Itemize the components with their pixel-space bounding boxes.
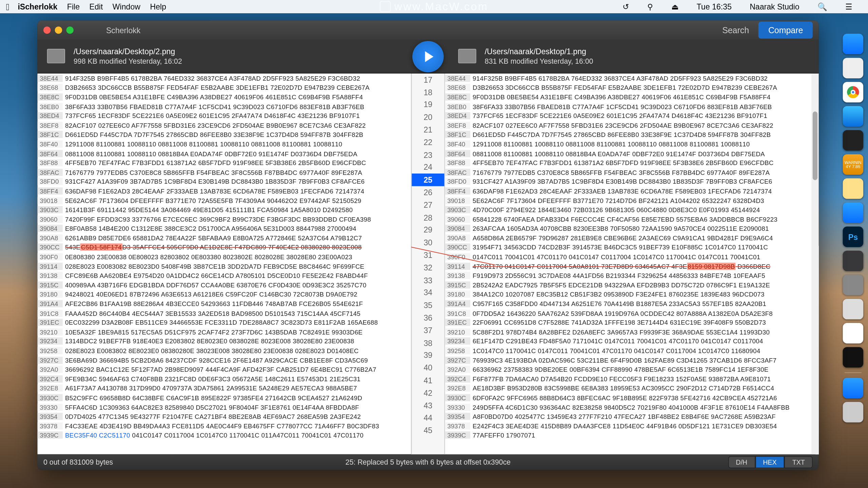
hex-row[interactable]: 39354A8F0BD07D0 4025477C 13459E43 277F7F… xyxy=(445,412,818,421)
hex-row[interactable]: 390F00147C011 70041C01 47C01170 041C0147… xyxy=(445,252,818,262)
mode-dh-button[interactable]: D/H xyxy=(728,456,755,468)
line-number[interactable]: 26 xyxy=(412,186,444,199)
hex-row[interactable]: 3939CBEC35F40 C2C51170 041C0147 C0117004… xyxy=(37,430,411,440)
line-number[interactable]: 33 xyxy=(412,274,444,287)
dock-textedit-icon[interactable] xyxy=(843,58,863,78)
hex-row[interactable]: 39114028E8023 E0083082 8E8023D0 5408F49B… xyxy=(37,261,411,271)
titlebar[interactable]: Scherlokk Search Compare xyxy=(37,20,818,40)
line-number[interactable]: 22 xyxy=(412,136,444,149)
hex-row[interactable]: 393540D7D4025 477C1345 9E43277F F21047FE… xyxy=(37,412,411,421)
app-menu[interactable]: iScherlokk xyxy=(18,2,57,11)
hex-row[interactable]: 391A4AFE2CB86 B1FAA19B 88E286A4 4B3ECCE0… xyxy=(37,299,411,308)
menu-help[interactable]: Help xyxy=(150,2,166,11)
hex-row[interactable]: 38F4012911008 81100881 10088110 08811008… xyxy=(37,139,411,149)
hex-row[interactable]: 3906065841228 6740FAEA DFAB33D4 F6ECCC4E… xyxy=(445,215,818,224)
menu-edit[interactable]: Edit xyxy=(90,2,103,11)
apple-menu-icon[interactable]:  xyxy=(6,1,9,12)
hex-row[interactable]: 392341314BDC2 91BEF7FB 918E40E3 E2083802… xyxy=(37,337,411,346)
hex-row[interactable]: 390607420F99F EFDD3C93 33776766 E7CEC6EC… xyxy=(37,215,411,224)
hex-row[interactable]: 391EC0EC032299 D3A2B08F EB511CE9 3446655… xyxy=(37,318,411,327)
line-number[interactable]: 24 xyxy=(412,161,444,174)
hex-row[interactable]: 38FF4636DAF98 F1E62AD3 28C4EAAF 2F333AEB… xyxy=(445,186,818,196)
dock-app2-icon[interactable] xyxy=(843,251,863,271)
hex-row[interactable]: 38FD0931CF427 A1A39F09 3B7AD7B5 1C9BF8D4… xyxy=(37,177,411,186)
play-button[interactable] xyxy=(412,41,443,72)
dock-monitor-icon[interactable] xyxy=(843,347,863,367)
dock-chrome-icon[interactable] xyxy=(843,82,863,102)
hex-row[interactable]: 3927C3E6BA69D 366694B5 5CB2D8A6 84237CDF… xyxy=(37,355,411,365)
hex-row[interactable]: 391EC22F06991 CC6951D8 C7F5288E 741AD32A… xyxy=(445,318,818,327)
hex-row[interactable]: 3927C769939C3 4E193BDA 02DAC596C 53C211B… xyxy=(445,355,818,365)
spotlight-icon[interactable]: 🔍 xyxy=(817,2,827,11)
hex-row[interactable]: 390CC543EC5D1 58F174D3 35AFFCE4 505CF9D0… xyxy=(37,243,411,252)
hex-row[interactable]: 391C8FAAA452D 86C440B4 4EC544A7 3EB15533… xyxy=(37,308,411,318)
dock-drive-icon[interactable] xyxy=(843,323,863,343)
clock[interactable]: Tue 16:35 xyxy=(697,2,732,11)
line-number[interactable]: 44 xyxy=(412,412,444,424)
hex-row[interactable]: 38E44914F325B B9BFF4B5 6178B2BA 764ED332… xyxy=(37,74,411,83)
hex-row[interactable]: 3915C2B5242A2 EADC7925 7B5F5F5 EDCE21DB … xyxy=(445,280,818,290)
line-number[interactable]: 38 xyxy=(412,337,444,349)
eject-icon[interactable]: ⏏ xyxy=(671,2,678,11)
hex-row[interactable]: 38F884FF5EB70 7EF47FAC F7B3FDD1 613871A2… xyxy=(37,158,411,167)
hex-row[interactable]: 39084263AFCAA 1605AD3A 40708CBB 8230EE3B… xyxy=(445,224,818,233)
hex-row[interactable]: 392C49FE9B34C 5946AF63 C740F8BB 2321FC8D… xyxy=(37,374,411,384)
dock-trash-icon[interactable] xyxy=(843,402,863,422)
line-number-column[interactable]: 1718192021222324252627282930313233343536… xyxy=(411,74,445,454)
line-number[interactable]: 29 xyxy=(412,224,444,237)
hex-row[interactable]: 38FAC71676779 7977EDB5 C370E8C8 5B865FFB… xyxy=(445,167,818,177)
line-number[interactable]: 35 xyxy=(412,299,444,311)
hex-row[interactable]: 38ED4737FCF65 1ECF83DF 5CE221E6 0A5E09E2… xyxy=(37,111,411,121)
line-number[interactable]: 40 xyxy=(412,362,444,374)
menu-window[interactable]: Window xyxy=(113,2,140,11)
hex-row[interactable]: 392E8AE18D3BF B953D280B 83C5998BE 6E8A38… xyxy=(445,384,818,393)
line-number[interactable]: 30 xyxy=(412,237,444,249)
hex-row[interactable]: 38F1CD661ED5D F445C7DA 7D7F7545 27865CBD… xyxy=(445,130,818,139)
hex-row[interactable]: 390A8A658D86A 2EB6579F 79D96287 281EB9E8… xyxy=(445,233,818,243)
hex-row[interactable]: 39138CFC89E6B AA620BE4 E9754D20 0A1DD4C2… xyxy=(37,271,411,280)
line-number[interactable]: 17 xyxy=(412,74,444,86)
hex-row[interactable]: 38FAC71676779 7977EDB5 C370E8C8 5B865FFB… xyxy=(37,167,411,177)
line-number[interactable]: 34 xyxy=(412,287,444,299)
hex-row[interactable]: 38ED4737FCF65 1ECF83DF 5CE221E6 0A5E09E2… xyxy=(445,111,818,121)
dock-preferences-icon[interactable] xyxy=(843,275,863,295)
line-number[interactable]: 23 xyxy=(412,149,444,161)
hex-row[interactable]: 39258028E8023 E0083802 8E8023E0 08380280… xyxy=(37,346,411,355)
hex-row[interactable]: 38F884FF5EB70 7EF47FAC F7B3FDD1 613871A2… xyxy=(445,158,818,167)
hex-row[interactable]: 38FD0931CF427 A1A39F09 3B7AD7B5 1C9BF8D4… xyxy=(445,177,818,186)
line-number[interactable]: 18 xyxy=(412,86,444,99)
hex-row[interactable]: 3930CB52C9FFC 69658B8D 64C38BFE C6AC9F1B… xyxy=(37,393,411,403)
hex-row[interactable]: 38EF882ACF107 027EE6C0 AF7F7558 5FBD31E6… xyxy=(37,121,411,130)
hex-row[interactable]: 392C4F6F877FB 7DA6ACA0 D7A54B20 FCDD9E10… xyxy=(445,374,818,384)
dock-safari-icon[interactable] xyxy=(843,106,863,126)
hex-row[interactable]: 38EB038F6FA33 33B07B56 FBAED81B C77A7A4F… xyxy=(445,102,818,111)
hex-row[interactable]: 390185E62AC6F 7F173604 DFEEFFFF B3771E70… xyxy=(37,196,411,205)
line-number[interactable]: 27 xyxy=(412,199,444,211)
hex-panel-left[interactable]: 38E44914F325B B9BFF4B5 6178B2BA 764ED332… xyxy=(37,74,411,454)
hex-row[interactable]: 392581C0147C0 1170041C 0147C011 70041C01… xyxy=(445,346,818,355)
hex-row[interactable]: 38F6408811008 81100881 10088110 08818B4A… xyxy=(37,149,411,158)
file-panel-right[interactable]: /Users/naarak/Desktop/1.png 831 KB modif… xyxy=(449,46,819,66)
hex-row[interactable]: 39378F4C33EAE 4D3E419D BB49DA4A3 FCE811D… xyxy=(37,421,411,431)
dock-console-icon[interactable]: WARNIN4Y 7:86 xyxy=(843,154,863,175)
hex-row[interactable]: 38EB038F6FA33 33B07B56 FBAED81B C77A7A4F… xyxy=(37,102,411,111)
hex-row[interactable]: 39138F919D973 2D556C91 3C7DAE08 44A1FD56… xyxy=(445,271,818,280)
hex-row[interactable]: 390CC31954F71 34563CDD 74CD2B3F 3914573E… xyxy=(445,243,818,252)
line-number[interactable]: 20 xyxy=(412,111,444,124)
wifi-icon[interactable]: ⚲ xyxy=(647,2,653,11)
mode-txt-button[interactable]: TXT xyxy=(785,456,813,468)
dock-finder-icon[interactable] xyxy=(843,34,863,54)
hex-panel-right[interactable]: 38E44914F325B B9BFF4B5 6178B2BA 764ED332… xyxy=(445,74,818,454)
dock-spotlight-icon[interactable] xyxy=(843,378,863,398)
hex-row[interactable]: 3915C400989AA 43B716F6 EDGB1BDA DDF76D57… xyxy=(37,280,411,290)
dock-appstore-icon[interactable] xyxy=(843,202,863,223)
hex-row[interactable]: 3921010E5A32F 1BE9A815 517EC5A5 D51CF975… xyxy=(37,327,411,337)
hex-row[interactable]: 39084E8F0AB58 14B4E200 C1312E8E 388CE3C2… xyxy=(37,224,411,233)
hex-row[interactable]: 38E8C9F0D31DB 0BE5BE54 A31E1BFE C49BA396… xyxy=(445,92,818,102)
hex-row[interactable]: 3911447C01170 041C0147 C0117004 5A0A8101… xyxy=(445,261,818,271)
menu-file[interactable]: File xyxy=(67,2,80,11)
notification-icon[interactable]: ☰ xyxy=(845,2,852,11)
hex-row[interactable]: 392A066336962 23758383 9DBE20EE 00BF6394… xyxy=(445,365,818,374)
hex-row[interactable]: 392346E1F147D C291BE43 FD48F5A0 7171041C… xyxy=(445,337,818,346)
line-number[interactable]: 28 xyxy=(412,211,444,224)
